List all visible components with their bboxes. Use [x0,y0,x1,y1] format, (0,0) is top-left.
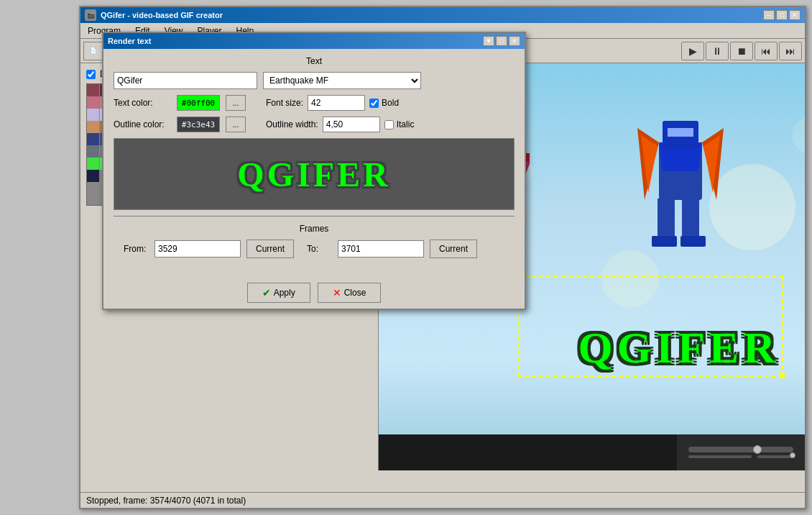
text-section-label: Text [114,56,515,66]
app-icon: 🎬 [85,9,96,21]
apply-button[interactable]: ✔ Apply [247,283,310,303]
window-controls: ─ □ ✕ [763,10,801,20]
close-label: Close [344,288,366,298]
close-x-icon: ✕ [333,287,341,298]
bold-label: Bold [382,98,399,108]
svg-rect-17 [668,128,693,137]
close-button[interactable]: ✕ [789,10,801,20]
outline-width-row: Outline width: Italic [266,117,414,132]
italic-label: Italic [397,119,415,129]
font-size-row: Font size: Bold [266,95,399,111]
prev-button[interactable]: ⏮ [755,42,778,60]
status-bar: Stopped, frame: 3574/4070 (4071 in total… [80,492,805,508]
pause-button[interactable]: ⏸ [706,42,729,60]
palette-cell[interactable] [87,170,99,182]
video-controls [677,434,805,470]
apply-label: Apply [274,288,295,298]
stop-button[interactable]: ⏹ [730,42,753,60]
palette-cell[interactable] [87,96,99,109]
title-bar-left: 🎬 QGifer - video-based GIF creator [85,9,223,21]
palette-cell[interactable] [87,121,99,133]
text-color-picker-button[interactable]: ... [226,95,246,111]
text-color-row: Text color: #00ff00 ... Font size: Bold [114,95,515,111]
selection-handle[interactable] [779,373,785,378]
svg-rect-25 [680,236,706,247]
toolbar-btn-1[interactable]: 📄 [83,42,103,60]
outline-color-picker-button[interactable]: ... [226,117,246,132]
text-color-swatch[interactable]: #00ff00 [177,95,220,111]
next-button[interactable]: ⏭ [779,42,802,60]
svg-rect-24 [652,236,677,247]
app-window: 🎬 QGifer - video-based GIF creator ─ □ ✕… [79,6,806,509]
dialog-shrink-button[interactable]: ▼ [483,36,494,46]
dialog-title: Render text [108,37,152,45]
play-button[interactable]: ▶ [681,42,704,60]
frames-label: Frames [124,224,504,234]
dithering-checkbox[interactable] [86,70,96,79]
text-preview-area: QGIFER [114,138,515,210]
video-text-overlay: QGIFER [578,322,780,373]
to-current-button[interactable]: Current [430,240,477,258]
from-current-button[interactable]: Current [246,240,294,258]
bold-checkbox[interactable] [369,99,379,108]
bold-checkbox-label: Bold [369,98,399,108]
seek-bar[interactable] [688,447,793,452]
frames-row: From: Current To: Current [124,240,504,258]
title-bar: 🎬 QGifer - video-based GIF creator ─ □ ✕ [80,7,805,23]
to-label: To: [307,244,332,254]
dialog-close-btn[interactable]: ✕ Close [318,283,382,303]
outline-color-label: Outline color: [114,119,171,129]
palette-cell[interactable] [87,158,99,170]
dialog-title-bar: Render text ▼ □ ✕ [103,33,525,49]
from-label: From: [124,244,149,254]
outline-color-swatch[interactable]: #3c3e43 [177,117,220,132]
preview-text: QGIFER [237,155,390,194]
text-color-label: Text color: [114,98,171,108]
dialog-close-button[interactable]: ✕ [509,36,520,46]
app-title: QGifer - video-based GIF creator [101,11,223,19]
to-frame-input[interactable] [338,240,424,258]
frames-section: Frames From: Current To: Current [114,216,515,270]
outline-color-row: Outline color: #3c3e43 ... Outline width… [114,117,515,132]
italic-checkbox[interactable] [384,120,394,129]
render-dialog: Render text ▼ □ ✕ Text Earthquake MF Ari… [102,32,526,310]
dialog-buttons: ✔ Apply ✕ Close [103,277,525,309]
minimize-button[interactable]: ─ [763,10,775,20]
dialog-title-controls: ▼ □ ✕ [483,36,520,46]
palette-cell[interactable] [87,145,99,158]
palette-cell[interactable] [87,84,99,96]
dialog-content: Text Earthquake MF Arial Impact Text col… [103,49,525,277]
italic-checkbox-label: Italic [384,119,415,129]
text-input-field[interactable] [114,72,257,89]
playback-controls: ▶ ⏸ ⏹ ⏮ ⏭ [681,42,802,60]
svg-rect-23 [682,199,699,242]
outline-width-input[interactable] [323,117,380,132]
svg-rect-22 [658,199,675,242]
dialog-expand-button[interactable]: □ [496,36,507,46]
font-size-label: Font size: [266,98,303,108]
svg-point-0 [709,164,795,250]
palette-cell[interactable] [87,109,99,121]
maximize-button[interactable]: □ [776,10,788,20]
from-frame-input[interactable] [154,240,241,258]
status-text: Stopped, frame: 3574/4070 (4071 in total… [86,496,246,506]
font-size-input[interactable] [308,95,365,111]
font-select[interactable]: Earthquake MF Arial Impact [263,72,421,89]
apply-checkmark-icon: ✔ [262,287,271,298]
palette-cell[interactable] [87,133,99,145]
svg-point-28 [792,117,805,153]
seek-thumb[interactable] [753,445,762,454]
text-input-row: Earthquake MF Arial Impact [114,72,515,89]
outline-width-label: Outline width: [266,119,318,129]
